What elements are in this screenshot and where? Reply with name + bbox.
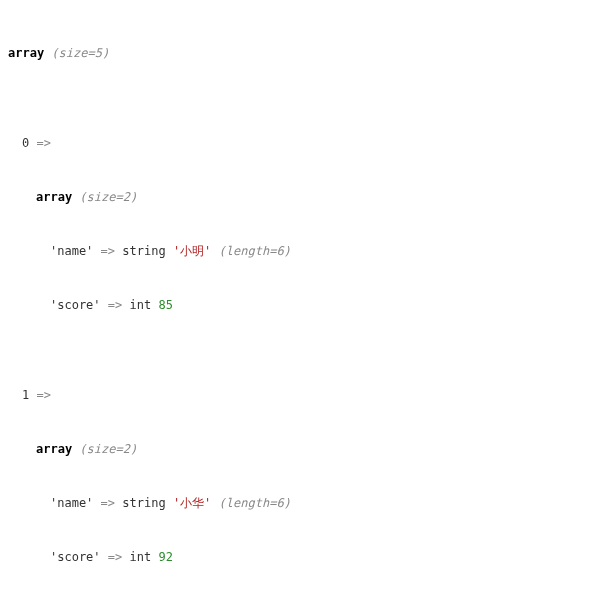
int-value: 92 bbox=[158, 550, 172, 564]
arrow-icon: => bbox=[101, 244, 115, 258]
key-score: 'score' bbox=[50, 298, 101, 312]
array-size: (size=5) bbox=[51, 46, 109, 60]
string-value: '小华' bbox=[173, 496, 211, 510]
type-string: string bbox=[122, 244, 165, 258]
array-keyword: array bbox=[8, 46, 44, 60]
type-int: int bbox=[130, 298, 152, 312]
arrow-icon: => bbox=[36, 388, 50, 402]
key-name: 'name' bbox=[50, 496, 93, 510]
type-int: int bbox=[130, 550, 152, 564]
arrow-icon: => bbox=[36, 136, 50, 150]
array-size: (size=2) bbox=[79, 442, 137, 456]
string-length: (length=6) bbox=[219, 244, 291, 258]
string-value: '小明' bbox=[173, 244, 211, 258]
array-keyword: array bbox=[36, 190, 72, 204]
array-index: 0 bbox=[22, 136, 29, 150]
arrow-icon: => bbox=[108, 550, 122, 564]
array-keyword: array bbox=[36, 442, 72, 456]
string-length: (length=6) bbox=[219, 496, 291, 510]
type-string: string bbox=[122, 496, 165, 510]
int-value: 85 bbox=[158, 298, 172, 312]
key-score: 'score' bbox=[50, 550, 101, 564]
array-size: (size=2) bbox=[79, 190, 137, 204]
arrow-icon: => bbox=[108, 298, 122, 312]
arrow-icon: => bbox=[101, 496, 115, 510]
key-name: 'name' bbox=[50, 244, 93, 258]
array-index: 1 bbox=[22, 388, 29, 402]
var-dump-before: array (size=5) 0 => array (size=2) 'name… bbox=[8, 8, 597, 615]
